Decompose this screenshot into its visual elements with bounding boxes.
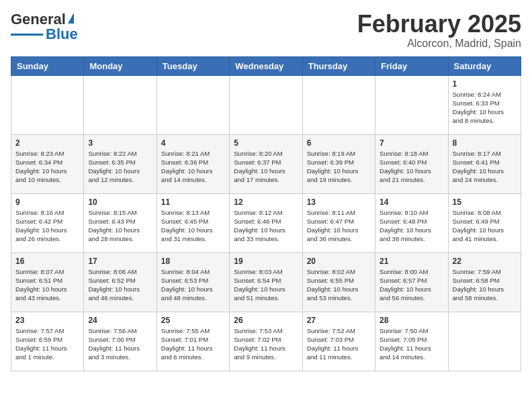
week-row-4: 16Sunrise: 8:07 AM Sunset: 6:51 PM Dayli…	[11, 253, 521, 312]
day-number: 26	[234, 316, 298, 325]
calendar-cell: 20Sunrise: 8:02 AM Sunset: 6:55 PM Dayli…	[302, 253, 375, 312]
day-info: Sunrise: 8:21 AM Sunset: 6:36 PM Dayligh…	[161, 149, 225, 185]
day-info: Sunrise: 7:55 AM Sunset: 7:01 PM Dayligh…	[161, 326, 225, 362]
calendar-cell: 15Sunrise: 8:08 AM Sunset: 6:49 PM Dayli…	[448, 193, 521, 253]
day-info: Sunrise: 8:07 AM Sunset: 6:51 PM Dayligh…	[15, 267, 79, 303]
day-info: Sunrise: 8:03 AM Sunset: 6:54 PM Dayligh…	[234, 267, 298, 303]
day-number: 5	[234, 138, 298, 148]
calendar-cell	[11, 75, 84, 134]
calendar-cell: 11Sunrise: 8:13 AM Sunset: 6:45 PM Dayli…	[157, 193, 229, 253]
calendar-cell: 28Sunrise: 7:50 AM Sunset: 7:05 PM Dayli…	[375, 312, 448, 371]
day-number: 21	[380, 257, 443, 266]
day-number: 20	[307, 257, 371, 266]
week-row-1: 1Sunrise: 8:24 AM Sunset: 6:33 PM Daylig…	[11, 75, 521, 134]
weekday-header-thursday: Thursday	[302, 56, 375, 75]
calendar-cell: 7Sunrise: 8:18 AM Sunset: 6:40 PM Daylig…	[375, 134, 448, 193]
weekday-header-saturday: Saturday	[448, 56, 521, 75]
month-title: February 2025	[357, 11, 521, 38]
day-number: 1	[453, 79, 517, 89]
day-info: Sunrise: 7:56 AM Sunset: 7:00 PM Dayligh…	[88, 326, 152, 362]
day-number: 4	[161, 138, 225, 148]
week-row-5: 23Sunrise: 7:57 AM Sunset: 6:59 PM Dayli…	[11, 312, 521, 371]
day-info: Sunrise: 8:10 AM Sunset: 6:48 PM Dayligh…	[380, 208, 443, 244]
calendar-cell	[157, 75, 229, 134]
day-number: 14	[380, 197, 443, 207]
calendar-cell	[302, 75, 375, 134]
day-number: 24	[88, 316, 152, 325]
calendar-cell: 19Sunrise: 8:03 AM Sunset: 6:54 PM Dayli…	[230, 253, 302, 312]
day-info: Sunrise: 7:50 AM Sunset: 7:05 PM Dayligh…	[380, 326, 443, 362]
calendar-cell: 22Sunrise: 7:59 AM Sunset: 6:58 PM Dayli…	[448, 253, 521, 312]
day-number: 8	[453, 138, 517, 148]
day-number: 27	[307, 316, 371, 325]
day-number: 9	[15, 197, 79, 207]
calendar-cell: 25Sunrise: 7:55 AM Sunset: 7:01 PM Dayli…	[157, 312, 229, 371]
weekday-header-wednesday: Wednesday	[230, 56, 302, 75]
page-header: General Blue February 2025 Alcorcon, Mad…	[11, 11, 521, 50]
weekday-header-friday: Friday	[375, 56, 448, 75]
day-number: 19	[234, 257, 298, 266]
calendar-cell: 6Sunrise: 8:19 AM Sunset: 6:39 PM Daylig…	[302, 134, 375, 193]
day-info: Sunrise: 8:02 AM Sunset: 6:55 PM Dayligh…	[307, 267, 371, 303]
day-info: Sunrise: 8:15 AM Sunset: 6:43 PM Dayligh…	[88, 208, 152, 244]
day-number: 25	[161, 316, 225, 325]
day-number: 7	[380, 138, 443, 148]
calendar-cell: 13Sunrise: 8:11 AM Sunset: 6:47 PM Dayli…	[302, 193, 375, 253]
calendar-cell: 1Sunrise: 8:24 AM Sunset: 6:33 PM Daylig…	[448, 75, 521, 134]
calendar-cell: 9Sunrise: 8:16 AM Sunset: 6:42 PM Daylig…	[11, 193, 84, 253]
day-number: 23	[15, 316, 79, 325]
logo-triangle-icon	[68, 13, 74, 24]
calendar-cell: 4Sunrise: 8:21 AM Sunset: 6:36 PM Daylig…	[157, 134, 229, 193]
day-info: Sunrise: 8:13 AM Sunset: 6:45 PM Dayligh…	[161, 208, 225, 244]
logo-line	[11, 34, 43, 36]
day-number: 3	[88, 138, 152, 148]
calendar-table: SundayMondayTuesdayWednesdayThursdayFrid…	[11, 56, 521, 371]
day-info: Sunrise: 8:24 AM Sunset: 6:33 PM Dayligh…	[453, 90, 517, 126]
calendar-cell: 5Sunrise: 8:20 AM Sunset: 6:37 PM Daylig…	[230, 134, 302, 193]
day-number: 17	[88, 257, 152, 266]
day-number: 13	[307, 197, 371, 207]
day-info: Sunrise: 8:06 AM Sunset: 6:52 PM Dayligh…	[88, 267, 152, 303]
day-number: 18	[161, 257, 225, 266]
week-row-3: 9Sunrise: 8:16 AM Sunset: 6:42 PM Daylig…	[11, 193, 521, 253]
day-info: Sunrise: 8:18 AM Sunset: 6:40 PM Dayligh…	[380, 149, 443, 185]
weekday-header-row: SundayMondayTuesdayWednesdayThursdayFrid…	[11, 56, 521, 75]
day-info: Sunrise: 7:52 AM Sunset: 7:03 PM Dayligh…	[307, 326, 371, 362]
calendar-cell: 14Sunrise: 8:10 AM Sunset: 6:48 PM Dayli…	[375, 193, 448, 253]
calendar-cell	[448, 312, 521, 371]
calendar-cell: 24Sunrise: 7:56 AM Sunset: 7:00 PM Dayli…	[84, 312, 157, 371]
weekday-header-monday: Monday	[84, 56, 157, 75]
day-info: Sunrise: 8:11 AM Sunset: 6:47 PM Dayligh…	[307, 208, 371, 244]
day-info: Sunrise: 8:23 AM Sunset: 6:34 PM Dayligh…	[15, 149, 79, 185]
calendar-cell: 18Sunrise: 8:04 AM Sunset: 6:53 PM Dayli…	[157, 253, 229, 312]
location-title: Alcorcon, Madrid, Spain	[357, 38, 521, 50]
calendar-cell: 23Sunrise: 7:57 AM Sunset: 6:59 PM Dayli…	[11, 312, 84, 371]
day-info: Sunrise: 8:17 AM Sunset: 6:41 PM Dayligh…	[453, 149, 517, 185]
day-number: 10	[88, 197, 152, 207]
logo-blue-text: Blue	[46, 26, 78, 43]
day-info: Sunrise: 8:16 AM Sunset: 6:42 PM Dayligh…	[15, 208, 79, 244]
day-info: Sunrise: 7:53 AM Sunset: 7:02 PM Dayligh…	[234, 326, 298, 362]
day-info: Sunrise: 8:22 AM Sunset: 6:35 PM Dayligh…	[88, 149, 152, 185]
calendar-cell	[230, 75, 302, 134]
calendar-cell: 26Sunrise: 7:53 AM Sunset: 7:02 PM Dayli…	[230, 312, 302, 371]
calendar-cell: 17Sunrise: 8:06 AM Sunset: 6:52 PM Dayli…	[84, 253, 157, 312]
day-number: 16	[15, 257, 79, 266]
day-info: Sunrise: 8:19 AM Sunset: 6:39 PM Dayligh…	[307, 149, 371, 185]
day-number: 6	[307, 138, 371, 148]
calendar-cell: 3Sunrise: 8:22 AM Sunset: 6:35 PM Daylig…	[84, 134, 157, 193]
calendar-cell: 2Sunrise: 8:23 AM Sunset: 6:34 PM Daylig…	[11, 134, 84, 193]
calendar-cell	[375, 75, 448, 134]
day-number: 12	[234, 197, 298, 207]
weekday-header-sunday: Sunday	[11, 56, 84, 75]
calendar-cell: 8Sunrise: 8:17 AM Sunset: 6:41 PM Daylig…	[448, 134, 521, 193]
day-number: 2	[15, 138, 79, 148]
week-row-2: 2Sunrise: 8:23 AM Sunset: 6:34 PM Daylig…	[11, 134, 521, 193]
calendar-cell: 12Sunrise: 8:12 AM Sunset: 6:46 PM Dayli…	[230, 193, 302, 253]
day-info: Sunrise: 8:20 AM Sunset: 6:37 PM Dayligh…	[234, 149, 298, 185]
title-block: February 2025 Alcorcon, Madrid, Spain	[357, 11, 521, 50]
weekday-header-tuesday: Tuesday	[157, 56, 229, 75]
day-number: 11	[161, 197, 225, 207]
day-info: Sunrise: 7:59 AM Sunset: 6:58 PM Dayligh…	[453, 267, 517, 303]
day-info: Sunrise: 8:08 AM Sunset: 6:49 PM Dayligh…	[453, 208, 517, 244]
